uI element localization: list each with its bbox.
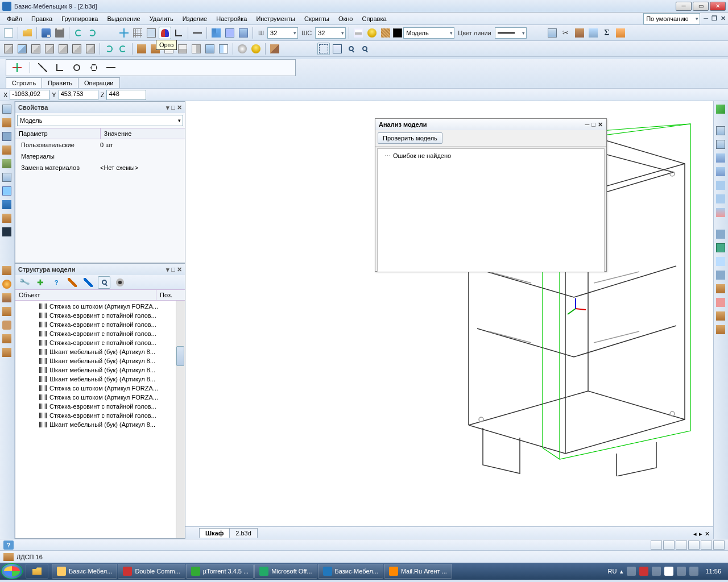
tray-icon[interactable] — [652, 567, 661, 576]
dialog-close-icon[interactable]: ✕ — [598, 121, 603, 128]
tree-wrench-button[interactable]: 🔧 — [18, 276, 31, 289]
task-item[interactable]: Mail.Ru Агент ... — [384, 564, 452, 579]
lstrip-8[interactable] — [1, 199, 13, 210]
shade-1-button[interactable] — [135, 43, 148, 55]
rstrip-11[interactable] — [715, 256, 726, 267]
rstrip-5[interactable] — [715, 166, 726, 177]
lstrip-2[interactable] — [1, 117, 13, 128]
menu-group[interactable]: Группировка — [57, 14, 102, 24]
lstrip-6[interactable] — [1, 172, 13, 183]
lstrip-1[interactable] — [1, 103, 13, 115]
linecolor-combo[interactable] — [495, 27, 527, 39]
task-item[interactable]: Базис-Мебел... — [52, 564, 117, 579]
coord-z-input[interactable]: 448 — [106, 90, 146, 100]
lstrip-15[interactable] — [1, 319, 13, 331]
menu-tools[interactable]: Инструменты — [251, 14, 300, 24]
status-btn-1[interactable] — [651, 541, 662, 550]
open-button[interactable] — [21, 27, 34, 39]
fit-button[interactable] — [317, 43, 330, 55]
mdi-minimize[interactable]: ─ — [704, 15, 708, 22]
status-btn-6[interactable] — [713, 541, 725, 550]
panel-close-icon[interactable]: ✕ — [177, 104, 182, 111]
menu-settings[interactable]: Настройка — [212, 14, 251, 24]
light2-button[interactable] — [250, 43, 262, 55]
dialog-min-icon[interactable]: ─ — [585, 121, 590, 128]
menu-file[interactable]: Файл — [2, 14, 27, 24]
tray-expand-icon[interactable]: ▴ — [620, 568, 623, 575]
lstrip-14[interactable] — [1, 306, 13, 317]
menu-scripts[interactable]: Скрипты — [300, 14, 334, 24]
lstrip-11[interactable] — [1, 265, 13, 276]
zoom-win-button[interactable] — [331, 43, 344, 55]
tray-lang[interactable]: RU — [608, 568, 617, 575]
draw-circle-button[interactable] — [71, 61, 83, 74]
tab-ops[interactable]: Операции — [78, 77, 119, 88]
tray-clock[interactable]: 11:56 — [702, 568, 725, 575]
view-4-button[interactable] — [43, 43, 56, 55]
tree-body[interactable]: Стяжка со штоком (Артикул FORZA... Стяжк… — [15, 301, 185, 538]
rstrip-13[interactable] — [715, 283, 726, 294]
snap-box-button[interactable] — [145, 27, 158, 39]
close-button[interactable]: ✕ — [710, 2, 726, 11]
draw-line-button[interactable] — [36, 61, 49, 74]
menu-help[interactable]: Справка — [357, 14, 391, 24]
lstrip-9[interactable] — [1, 213, 13, 224]
new-button[interactable] — [2, 27, 15, 39]
prop-row[interactable]: Замена материалов<Нет схемы> — [15, 162, 185, 173]
status-btn-5[interactable] — [701, 541, 712, 550]
properties-combo[interactable]: Модель — [17, 115, 183, 126]
draw-dim-button[interactable] — [105, 61, 117, 74]
lstrip-16[interactable] — [1, 333, 13, 344]
nav-prev-icon[interactable]: ◂ — [693, 530, 697, 538]
lstrip-17[interactable] — [1, 347, 13, 358]
snap-axis-button[interactable] — [118, 27, 130, 39]
color-swatch[interactable] — [393, 28, 402, 38]
tray-icon[interactable] — [627, 567, 636, 576]
module-c-button[interactable] — [587, 27, 599, 39]
tray-icon[interactable] — [677, 567, 686, 576]
help-icon[interactable]: ? — [3, 541, 14, 550]
tree-search-button[interactable] — [98, 276, 110, 289]
status-btn-3[interactable] — [676, 541, 687, 550]
tool-a-icon[interactable] — [210, 27, 222, 39]
start-button[interactable] — [1, 563, 23, 579]
rotate-ccw-button[interactable] — [117, 43, 129, 55]
shade-4-button[interactable] — [176, 43, 189, 55]
rstrip-1[interactable] — [715, 103, 726, 115]
rstrip-9[interactable] — [715, 228, 726, 240]
prop-row[interactable]: Пользовательские0 шт — [15, 139, 185, 151]
draw-hex-button[interactable] — [88, 61, 100, 74]
task-item[interactable]: µTorrent 3.4.5 ... — [186, 564, 254, 579]
mdi-close[interactable]: ✕ — [721, 15, 726, 22]
dialog-max-icon[interactable]: □ — [592, 121, 595, 128]
width-combo[interactable]: 32 — [267, 27, 298, 39]
rstrip-6[interactable] — [715, 180, 726, 191]
tab-build[interactable]: Строить — [6, 77, 42, 88]
rstrip-8[interactable] — [715, 207, 726, 218]
tree-eye-button[interactable] — [114, 276, 126, 289]
maximize-button[interactable]: ▭ — [693, 2, 709, 11]
cut-button[interactable]: ✂ — [560, 27, 572, 39]
lstrip-10[interactable] — [1, 226, 13, 238]
prop-row[interactable]: Материалы — [15, 151, 185, 162]
shade-6-button[interactable] — [204, 43, 216, 55]
zoom-button[interactable] — [345, 43, 357, 55]
rstrip-12[interactable] — [715, 269, 726, 281]
task-item[interactable]: Базис-Мебел... — [318, 564, 383, 579]
module-a-button[interactable] — [546, 27, 559, 39]
rstrip-2[interactable] — [715, 125, 726, 136]
layers-button[interactable] — [352, 27, 365, 39]
panel-min-icon[interactable]: ▾ — [166, 266, 169, 273]
tab-edit[interactable]: Править — [42, 77, 78, 88]
task-item[interactable]: Double Comm... — [118, 564, 185, 579]
snap-grid-button[interactable] — [131, 27, 144, 39]
tree-wand-button[interactable] — [66, 276, 78, 289]
tray-icon[interactable] — [639, 567, 648, 576]
panel-min-icon[interactable]: ▾ — [166, 104, 169, 111]
menu-select[interactable]: Выделение — [102, 14, 144, 24]
view-tab-1[interactable]: Шкаф — [199, 528, 230, 538]
rstrip-7[interactable] — [715, 193, 726, 205]
lstrip-5[interactable] — [1, 158, 13, 169]
mdi-restore[interactable]: ❐ — [712, 15, 717, 22]
tree-scrollbar[interactable] — [176, 301, 185, 538]
